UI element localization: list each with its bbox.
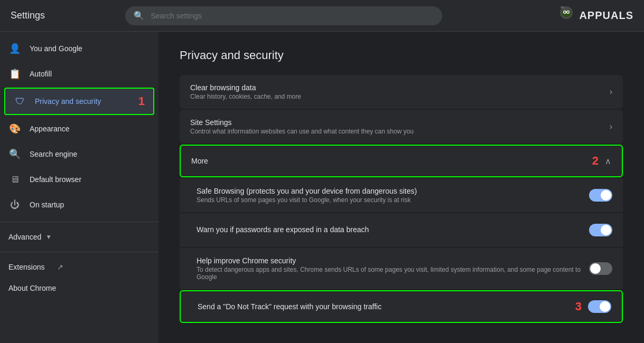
sidebar-divider xyxy=(0,222,158,222)
clear-browsing-sub: Clear history, cookies, cache, and more xyxy=(190,93,610,100)
sidebar-item-search-engine[interactable]: 🔍 Search engine xyxy=(0,141,158,167)
toggle-knob-2 xyxy=(601,225,611,235)
main-layout: 👤 You and Google 📋 Autofill 🛡 Privacy an… xyxy=(0,32,644,343)
password-breach-title: Warn you if passwords are exposed in a d… xyxy=(197,225,589,234)
sidebar-label-extensions: Extensions xyxy=(8,263,44,271)
person-icon: 👤 xyxy=(8,42,21,55)
more-badge-2: 2 xyxy=(592,154,599,168)
toggle-knob-4 xyxy=(600,301,610,312)
dnt-badge-3: 3 xyxy=(575,300,582,313)
password-breach-row[interactable]: Warn you if passwords are exposed in a d… xyxy=(180,213,623,247)
sidebar-item-autofill[interactable]: 📋 Autofill xyxy=(0,61,158,87)
browser-icon: 🖥 xyxy=(8,173,21,186)
sidebar-item-appearance[interactable]: 🎨 Appearance xyxy=(0,116,158,141)
help-improve-text: Help improve Chrome security To detect d… xyxy=(197,256,589,281)
dnt-title: Send a "Do Not Track" request with your … xyxy=(198,302,575,311)
sidebar-item-about-chrome[interactable]: About Chrome xyxy=(0,278,158,299)
sidebar-item-privacy-security[interactable]: 🛡 Privacy and security 1 xyxy=(4,88,154,115)
help-improve-toggle[interactable] xyxy=(589,262,612,275)
sidebar-label-appearance: Appearance xyxy=(30,125,70,133)
sidebar: 👤 You and Google 📋 Autofill 🛡 Privacy an… xyxy=(0,32,158,343)
svg-point-4 xyxy=(564,11,566,13)
sidebar-label-advanced: Advanced xyxy=(8,233,41,241)
safe-browsing-text: Safe Browsing (protects you and your dev… xyxy=(197,187,589,204)
sidebar-label-about: About Chrome xyxy=(8,284,56,292)
search-icon: 🔍 xyxy=(134,11,144,21)
sidebar-label-autofill: Autofill xyxy=(30,70,52,78)
more-label: More xyxy=(191,157,592,165)
chevron-down-icon: ▼ xyxy=(45,233,52,241)
sidebar-item-default-browser[interactable]: 🖥 Default browser xyxy=(0,167,158,192)
external-link-icon: ↗ xyxy=(57,263,63,271)
sidebar-label-on-startup: On startup xyxy=(30,201,64,209)
search-input[interactable] xyxy=(151,12,434,20)
sidebar-label-you-google: You and Google xyxy=(30,44,82,53)
sidebar-badge-1: 1 xyxy=(138,94,145,108)
site-settings-row[interactable]: Site Settings Control what information w… xyxy=(180,110,623,144)
logo-mascot-icon xyxy=(556,5,577,26)
chevron-right-icon-2: › xyxy=(610,122,612,131)
page-title: Privacy and security xyxy=(180,49,623,62)
sidebar-label-privacy: Privacy and security xyxy=(35,97,101,106)
help-improve-title: Help improve Chrome security xyxy=(197,256,589,265)
logo-text: APPUALS xyxy=(579,9,633,22)
safe-browsing-toggle[interactable] xyxy=(589,189,612,202)
dnt-toggle[interactable] xyxy=(588,300,611,313)
sidebar-label-default-browser: Default browser xyxy=(30,175,81,184)
chevron-up-icon: ∧ xyxy=(605,156,611,166)
shield-icon: 🛡 xyxy=(14,95,26,108)
autofill-icon: 📋 xyxy=(8,68,21,80)
password-breach-text: Warn you if passwords are exposed in a d… xyxy=(197,225,589,235)
startup-icon: ⏻ xyxy=(8,198,21,211)
logo-area: APPUALS xyxy=(556,5,633,26)
clear-browsing-title: Clear browsing data xyxy=(190,83,610,92)
safe-browsing-row[interactable]: Safe Browsing (protects you and your dev… xyxy=(180,178,623,212)
palette-icon: 🎨 xyxy=(8,122,21,135)
safe-browsing-title: Safe Browsing (protects you and your dev… xyxy=(197,187,589,195)
password-breach-toggle[interactable] xyxy=(589,224,612,236)
sidebar-item-extensions[interactable]: Extensions ↗ xyxy=(0,256,158,278)
chevron-right-icon: › xyxy=(610,87,612,97)
sidebar-item-on-startup[interactable]: ⏻ On startup xyxy=(0,192,158,217)
toggle-knob-3 xyxy=(590,263,601,274)
help-improve-row[interactable]: Help improve Chrome security To detect d… xyxy=(180,248,623,289)
more-row[interactable]: More 2 ∧ xyxy=(180,145,623,177)
site-settings-sub: Control what information websites can us… xyxy=(190,128,610,135)
dnt-text: Send a "Do Not Track" request with your … xyxy=(198,302,575,311)
header: Settings 🔍 APPUALS xyxy=(0,0,644,32)
svg-rect-7 xyxy=(561,6,565,8)
magnifier-icon: 🔍 xyxy=(8,148,21,160)
help-improve-sub: To detect dangerous apps and sites, Chro… xyxy=(197,266,589,281)
clear-browsing-row[interactable]: Clear browsing data Clear history, cooki… xyxy=(180,75,623,109)
search-bar[interactable]: 🔍 xyxy=(125,6,442,25)
sidebar-item-advanced[interactable]: Advanced ▼ xyxy=(0,226,158,247)
site-settings-title: Site Settings xyxy=(190,118,610,127)
sidebar-divider-2 xyxy=(0,252,158,252)
toggle-knob xyxy=(601,190,611,201)
settings-title: Settings xyxy=(11,10,63,21)
content-area: Privacy and security Clear browsing data… xyxy=(158,32,644,343)
sidebar-label-search-engine: Search engine xyxy=(30,150,77,158)
site-settings-text: Site Settings Control what information w… xyxy=(190,118,610,135)
safe-browsing-sub: Sends URLs of some pages you visit to Go… xyxy=(197,196,589,204)
svg-point-5 xyxy=(567,11,569,13)
clear-browsing-text: Clear browsing data Clear history, cooki… xyxy=(190,83,610,100)
sidebar-item-you-google[interactable]: 👤 You and Google xyxy=(0,36,158,61)
do-not-track-row[interactable]: Send a "Do Not Track" request with your … xyxy=(180,290,623,323)
